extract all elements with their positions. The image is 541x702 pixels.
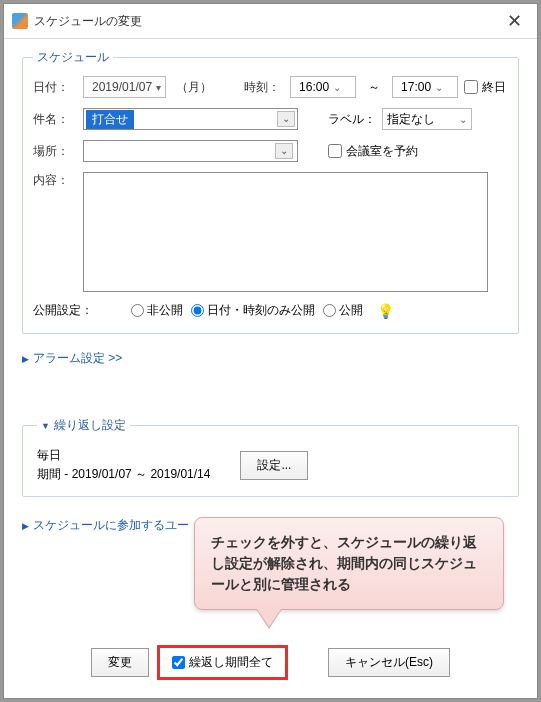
time-end-value: 17:00 [401,80,431,94]
alarm-settings-link[interactable]: アラーム設定 >> [22,350,519,367]
dropdown-icon[interactable]: ⌄ [277,111,295,127]
place-label: 場所： [33,143,77,160]
recurrence-settings-button[interactable]: 設定... [240,451,308,480]
place-input[interactable]: ⌄ [83,140,298,162]
time-end-select[interactable]: 17:00 ⌄ [392,76,458,98]
reserve-room-checkbox[interactable]: 会議室を予約 [328,143,418,160]
label-value: 指定なし [387,111,435,128]
label-select[interactable]: 指定なし ⌄ [382,108,472,130]
window-title: スケジュールの変更 [34,13,499,30]
allday-input[interactable] [464,80,478,94]
hint-icon[interactable]: 💡 [377,303,394,319]
privacy-public-radio[interactable]: 公開 [323,302,363,319]
content-textarea[interactable] [83,172,488,292]
button-row: 変更 繰返し期間全て キャンセル(Esc) [4,645,537,680]
repeat-all-label: 繰返し期間全て [189,654,273,671]
repeat-all-checkbox[interactable]: 繰返し期間全て [164,650,281,675]
dropdown-icon: ⌄ [435,82,443,93]
time-start-value: 16:00 [299,80,329,94]
time-start-select[interactable]: 16:00 ⌄ [290,76,356,98]
recurrence-legend: 繰り返し設定 [37,417,130,434]
privacy-private-radio[interactable]: 非公開 [131,302,183,319]
date-value: 2019/01/07 [92,80,152,94]
content-label: 内容： [33,172,77,189]
close-icon[interactable]: ✕ [499,10,529,32]
label-label: ラベル： [328,111,376,128]
schedule-group: スケジュール 日付： 2019/01/07 ▾ （月） 時刻： 16:00 ⌄ … [22,49,519,334]
subject-label: 件名： [33,111,77,128]
reserve-room-label: 会議室を予約 [346,143,418,160]
recurrence-freq: 毎日 [37,446,210,465]
subject-value: 打合せ [86,110,134,129]
privacy-datetime-radio[interactable]: 日付・時刻のみ公開 [191,302,315,319]
allday-label: 終日 [482,79,506,96]
help-balloon: チェックを外すと、スケジュールの繰り返し設定が解除され、期間内の同じスケジュール… [194,517,504,610]
dropdown-icon: ▾ [156,82,161,93]
allday-checkbox[interactable]: 終日 [464,79,506,96]
dropdown-icon: ⌄ [459,114,467,125]
schedule-legend: スケジュール [33,49,113,66]
recurrence-period: 期間 - 2019/01/07 ～ 2019/01/14 [37,465,210,484]
time-label: 時刻： [244,79,284,96]
repeat-all-highlight: 繰返し期間全て [157,645,288,680]
dropdown-icon[interactable]: ⌄ [275,143,293,159]
privacy-label: 公開設定： [33,302,93,319]
schedule-dialog: スケジュールの変更 ✕ スケジュール 日付： 2019/01/07 ▾ （月） … [3,3,538,699]
cancel-button[interactable]: キャンセル(Esc) [328,648,450,677]
date-label: 日付： [33,79,77,96]
day-of-week: （月） [176,79,212,96]
calendar-icon [12,13,28,29]
time-separator: ～ [368,79,380,96]
subject-input[interactable]: 打合せ ⌄ [83,108,298,130]
recurrence-content: 毎日 期間 - 2019/01/07 ～ 2019/01/14 設定... [37,446,504,484]
recurrence-group: 繰り返し設定 毎日 期間 - 2019/01/07 ～ 2019/01/14 設… [22,417,519,497]
date-picker[interactable]: 2019/01/07 ▾ [83,76,166,98]
privacy-radio-group: 非公開 日付・時刻のみ公開 公開 💡 [131,302,394,319]
reserve-room-input[interactable] [328,144,342,158]
titlebar: スケジュールの変更 ✕ [4,4,537,39]
change-button[interactable]: 変更 [91,648,149,677]
dropdown-icon: ⌄ [333,82,341,93]
repeat-all-input[interactable] [172,656,185,669]
